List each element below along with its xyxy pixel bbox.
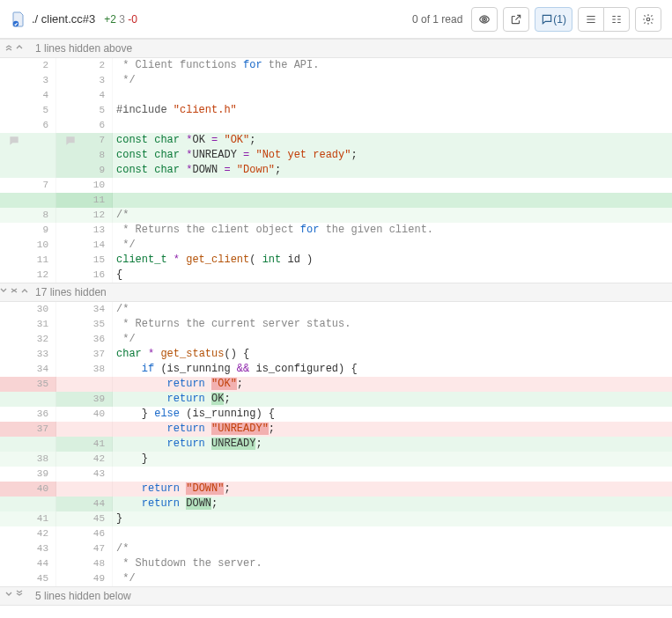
code-line[interactable]: 3842 } <box>0 452 672 467</box>
code-line[interactable]: 35 return "OK"; <box>0 377 672 392</box>
comment-gutter[interactable] <box>56 332 85 347</box>
comment-gutter[interactable] <box>56 526 85 541</box>
code-line[interactable]: 1014 */ <box>0 238 672 253</box>
code-line[interactable]: 4246 <box>0 526 672 541</box>
code-line[interactable]: 3236 */ <box>0 332 672 347</box>
expand-all-up-icon[interactable] <box>4 41 13 56</box>
comment-gutter[interactable] <box>56 208 85 223</box>
comment-gutter[interactable] <box>0 268 28 283</box>
comment-gutter[interactable] <box>0 163 28 178</box>
code-line[interactable]: 4549 */ <box>0 571 672 586</box>
code-line[interactable]: 40 return "DOWN"; <box>0 482 672 497</box>
filename[interactable]: ./ client.cc#3 <box>32 12 95 26</box>
split-view-button[interactable] <box>603 7 630 32</box>
comment-gutter[interactable] <box>0 58 28 73</box>
comment-gutter[interactable] <box>0 302 28 317</box>
code-line[interactable]: 44 return DOWN; <box>0 497 672 511</box>
comment-gutter[interactable] <box>0 103 28 118</box>
code-line[interactable]: 44 <box>0 88 672 103</box>
comments-button[interactable]: (1) <box>535 7 572 32</box>
code-line[interactable]: 66 <box>0 118 672 133</box>
comment-gutter[interactable] <box>56 452 85 467</box>
code-line[interactable]: 3640 } else (is_running) { <box>0 407 672 422</box>
expand-up-icon[interactable] <box>15 41 24 56</box>
code-line[interactable]: 4347/* <box>0 541 672 556</box>
code-line[interactable]: 39 return OK; <box>0 392 672 407</box>
comment-gutter[interactable] <box>56 193 85 208</box>
comment-gutter[interactable] <box>0 118 28 133</box>
comment-gutter[interactable] <box>56 362 85 377</box>
comment-gutter[interactable] <box>56 437 85 452</box>
expand-both-icon[interactable] <box>10 285 18 300</box>
code-line[interactable]: 3337char * get_status() { <box>0 347 672 362</box>
comment-gutter[interactable] <box>0 208 28 223</box>
comment-gutter[interactable] <box>0 511 28 526</box>
comment-gutter[interactable] <box>56 571 85 586</box>
comment-gutter[interactable] <box>0 392 28 407</box>
comment-gutter[interactable] <box>0 407 28 422</box>
code-line[interactable]: 913 * Returns the client object for the … <box>0 223 672 238</box>
comment-gutter[interactable] <box>56 482 85 497</box>
comment-gutter[interactable] <box>56 118 85 133</box>
comment-gutter[interactable] <box>0 317 28 332</box>
code-line[interactable]: 1115client_t * get_client( int id ) <box>0 253 672 268</box>
comment-gutter[interactable] <box>0 497 28 511</box>
comment-gutter[interactable] <box>0 526 28 541</box>
code-line[interactable]: 41 return UNREADY; <box>0 437 672 452</box>
comment-gutter[interactable] <box>56 253 85 268</box>
comment-gutter[interactable] <box>0 452 28 467</box>
comment-gutter[interactable] <box>56 73 85 88</box>
code-line[interactable]: 7const char *OK = "OK"; <box>0 133 672 148</box>
comment-gutter[interactable] <box>0 362 28 377</box>
comment-gutter[interactable] <box>56 497 85 511</box>
code-line[interactable]: 3034/* <box>0 302 672 317</box>
unified-view-button[interactable] <box>578 7 604 32</box>
comment-gutter[interactable] <box>0 178 28 193</box>
comment-gutter[interactable] <box>56 347 85 362</box>
comment-gutter[interactable] <box>56 88 85 103</box>
comment-gutter[interactable] <box>0 88 28 103</box>
comment-gutter[interactable] <box>0 422 28 437</box>
comment-gutter[interactable] <box>56 392 85 407</box>
mark-read-button[interactable] <box>471 7 498 32</box>
comment-gutter[interactable] <box>56 268 85 283</box>
comment-gutter[interactable] <box>0 571 28 586</box>
comment-gutter[interactable] <box>56 317 85 332</box>
comment-gutter[interactable] <box>0 541 28 556</box>
comment-gutter[interactable] <box>56 238 85 253</box>
comment-gutter[interactable] <box>0 133 28 148</box>
code-line[interactable]: 4145} <box>0 511 672 526</box>
comment-gutter[interactable] <box>56 163 85 178</box>
code-line[interactable]: 55#include "client.h" <box>0 103 672 118</box>
expand-down-icon[interactable] <box>4 589 13 604</box>
code-line[interactable]: 9const char *DOWN = "Down"; <box>0 163 672 178</box>
code-line[interactable]: 3943 <box>0 467 672 482</box>
comment-gutter[interactable] <box>56 541 85 556</box>
comment-gutter[interactable] <box>0 482 28 497</box>
open-external-button[interactable] <box>503 7 529 32</box>
code-line[interactable]: 22 * Client functions for the API. <box>0 58 672 73</box>
comment-gutter[interactable] <box>0 253 28 268</box>
comment-gutter[interactable] <box>0 148 28 163</box>
code-line[interactable]: 4448 * Shutdown the server. <box>0 556 672 571</box>
comment-gutter[interactable] <box>0 437 28 452</box>
code-line[interactable]: 8const char *UNREADY = "Not yet ready"; <box>0 148 672 163</box>
code-line[interactable]: 3438 if (is_running && is_configured) { <box>0 362 672 377</box>
code-line[interactable]: 11 <box>0 193 672 208</box>
comment-gutter[interactable] <box>0 377 28 392</box>
settings-button[interactable] <box>635 7 661 32</box>
comment-gutter[interactable] <box>56 133 85 148</box>
comment-gutter[interactable] <box>56 377 85 392</box>
comment-gutter[interactable] <box>0 193 28 208</box>
expand-down-icon[interactable] <box>0 285 8 300</box>
comment-gutter[interactable] <box>56 178 85 193</box>
comment-gutter[interactable] <box>56 556 85 571</box>
code-line[interactable]: 1216{ <box>0 268 672 283</box>
comment-gutter[interactable] <box>0 467 28 482</box>
code-line[interactable]: 37 return "UNREADY"; <box>0 422 672 437</box>
comment-gutter[interactable] <box>56 511 85 526</box>
comment-gutter[interactable] <box>0 238 28 253</box>
comment-gutter[interactable] <box>56 302 85 317</box>
comment-gutter[interactable] <box>56 467 85 482</box>
comment-gutter[interactable] <box>0 332 28 347</box>
